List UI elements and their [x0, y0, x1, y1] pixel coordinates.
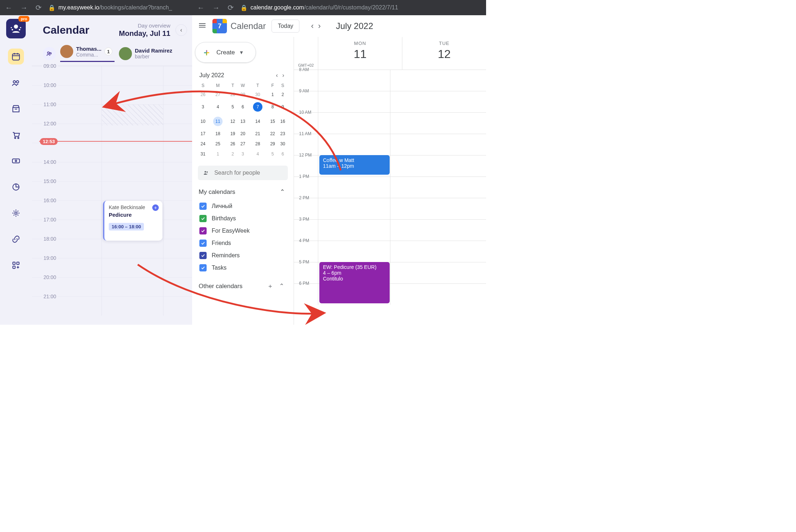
- mini-calendar[interactable]: July 2022 ‹› SMTWTFS26272829301234567891…: [195, 72, 291, 159]
- calendar-toggle[interactable]: For EasyWeek: [199, 225, 287, 237]
- mini-day[interactable]: 29: [268, 139, 278, 149]
- svg-point-1: [12, 29, 13, 30]
- sidebar-item-settings[interactable]: [8, 205, 24, 221]
- my-calendars-toggle[interactable]: My calendars ⌃: [199, 188, 287, 196]
- mini-day[interactable]: 22: [268, 129, 278, 139]
- svg-rect-15: [17, 262, 19, 265]
- sidebar-item-link[interactable]: [8, 231, 24, 247]
- mini-day[interactable]: 16: [278, 114, 288, 129]
- browser-bar-right: ← → ⟳ 🔒 calendar.google.com/calendar/u/0…: [192, 0, 486, 15]
- mini-prev-icon[interactable]: ‹: [274, 72, 280, 78]
- day-column-mon[interactable]: MON 11: [318, 37, 402, 70]
- calendar-toggle[interactable]: Friends: [199, 237, 287, 249]
- add-calendar-icon[interactable]: ＋: [264, 283, 276, 290]
- sidebar-item-calendar[interactable]: [8, 49, 24, 65]
- mini-day[interactable]: 5: [268, 149, 278, 159]
- calendar-toggle[interactable]: Reminders: [199, 249, 287, 262]
- mini-day[interactable]: 6: [278, 149, 288, 159]
- mini-day[interactable]: 3: [238, 149, 248, 159]
- sidebar-item-clients[interactable]: [8, 75, 24, 91]
- mini-day[interactable]: 27: [238, 139, 248, 149]
- back-icon[interactable]: ←: [196, 4, 206, 12]
- reload-icon[interactable]: ⟳: [34, 3, 43, 12]
- staff-tab-thomas[interactable]: Thomas... Comma... 1: [60, 45, 115, 62]
- mini-day[interactable]: 24: [198, 139, 208, 149]
- mini-day[interactable]: 12: [228, 114, 238, 129]
- hour-label: 21:00: [42, 294, 58, 299]
- mini-day[interactable]: 2: [228, 149, 238, 159]
- hour-label: 1 PM: [299, 174, 309, 179]
- staff-tab-david[interactable]: David Ramirez barber: [119, 47, 177, 60]
- hamburger-icon[interactable]: [198, 21, 207, 31]
- mini-day[interactable]: 31: [198, 149, 208, 159]
- mini-next-icon[interactable]: ›: [280, 72, 286, 78]
- mini-day[interactable]: 8: [268, 100, 278, 114]
- mini-day[interactable]: 30: [278, 139, 288, 149]
- mini-day[interactable]: 27: [208, 90, 228, 100]
- search-input[interactable]: [214, 170, 283, 176]
- forward-icon[interactable]: →: [211, 4, 221, 12]
- back-icon[interactable]: ←: [4, 4, 14, 12]
- mini-day[interactable]: 4: [248, 149, 268, 159]
- sidebar-item-reports[interactable]: [8, 179, 24, 195]
- mini-day[interactable]: 9: [278, 100, 288, 114]
- mini-day[interactable]: 29: [238, 90, 248, 100]
- mini-day[interactable]: 5: [228, 100, 238, 114]
- appointment-card[interactable]: Kate Beckinsale + Pedicure 16:00 – 18:00: [103, 201, 162, 241]
- calendar-toggle[interactable]: Birthdays: [199, 212, 287, 225]
- easyweek-logo[interactable]: pro: [6, 19, 26, 38]
- mini-day[interactable]: 26: [198, 90, 208, 100]
- mini-day[interactable]: 28: [248, 139, 268, 149]
- mini-day[interactable]: 14: [248, 114, 268, 129]
- mini-day[interactable]: 6: [238, 100, 248, 114]
- create-button[interactable]: ＋ Create ▾: [195, 42, 256, 63]
- today-button[interactable]: Today: [271, 20, 299, 33]
- gcal-logo[interactable]: 7 Calendar: [212, 19, 266, 33]
- mini-day[interactable]: 7: [248, 100, 268, 114]
- other-calendars-toggle[interactable]: Other calendars ＋⌃: [199, 282, 287, 290]
- mini-day[interactable]: 11: [208, 114, 228, 129]
- mini-day[interactable]: 23: [278, 129, 288, 139]
- reload-icon[interactable]: ⟳: [226, 3, 235, 12]
- prev-period-icon[interactable]: ‹: [309, 21, 316, 31]
- mini-day[interactable]: 20: [238, 129, 248, 139]
- mini-day[interactable]: 26: [228, 139, 238, 149]
- mini-day[interactable]: 15: [268, 114, 278, 129]
- mini-day[interactable]: 19: [228, 129, 238, 139]
- url-bar[interactable]: 🔒 my.easyweek.io/bookings/calendar?branc…: [48, 4, 172, 11]
- mini-day[interactable]: 1: [268, 90, 278, 100]
- mini-day[interactable]: 21: [248, 129, 268, 139]
- gcal-header: 7 Calendar Today ‹ › July 2022: [192, 15, 486, 37]
- appointment-add-icon[interactable]: +: [152, 204, 159, 211]
- all-staff-icon[interactable]: [43, 47, 56, 60]
- mini-day[interactable]: 10: [198, 114, 208, 129]
- mini-day[interactable]: 28: [228, 90, 238, 100]
- svg-rect-10: [12, 159, 20, 163]
- mini-day[interactable]: 25: [208, 139, 228, 149]
- mini-day[interactable]: 13: [238, 114, 248, 129]
- calendar-toggle[interactable]: Tasks: [199, 262, 287, 274]
- url-bar[interactable]: 🔒 calendar.google.com/calendar/u/0/r/cus…: [240, 4, 398, 11]
- event-coffee[interactable]: Coffee w Matt 11am – 12pm: [319, 155, 390, 175]
- calendar-toggle[interactable]: Личный: [199, 200, 287, 212]
- mini-day[interactable]: 18: [208, 129, 228, 139]
- event-pedicure[interactable]: EW: Pedicure (35 EUR) 4 – 6pm Contitulo: [319, 262, 390, 303]
- prev-day-button[interactable]: ‹: [175, 24, 187, 36]
- sidebar-item-apps[interactable]: [8, 257, 24, 273]
- easyweek-timeline[interactable]: 09:0010:0011:0012:0014:0015:0016:0017:00…: [32, 66, 192, 316]
- sidebar-item-cart[interactable]: [8, 127, 24, 143]
- mini-day[interactable]: 30: [248, 90, 268, 100]
- day-column-tue[interactable]: TUE 12: [402, 37, 486, 70]
- mini-day[interactable]: 2: [278, 90, 288, 100]
- mini-day[interactable]: 3: [198, 100, 208, 114]
- sidebar-item-shop[interactable]: [8, 101, 24, 117]
- next-period-icon[interactable]: ›: [316, 21, 323, 31]
- svg-point-9: [18, 137, 19, 138]
- mini-day[interactable]: 17: [198, 129, 208, 139]
- forward-icon[interactable]: →: [19, 4, 29, 12]
- mini-day[interactable]: 1: [208, 149, 228, 159]
- search-people[interactable]: [198, 166, 288, 180]
- mini-day[interactable]: 4: [208, 100, 228, 114]
- sidebar-item-finance[interactable]: [8, 153, 24, 169]
- gcal-grid[interactable]: GMT+02 MON 11 TUE 12 8 AM9 AM10 AM11 AM1…: [294, 37, 486, 325]
